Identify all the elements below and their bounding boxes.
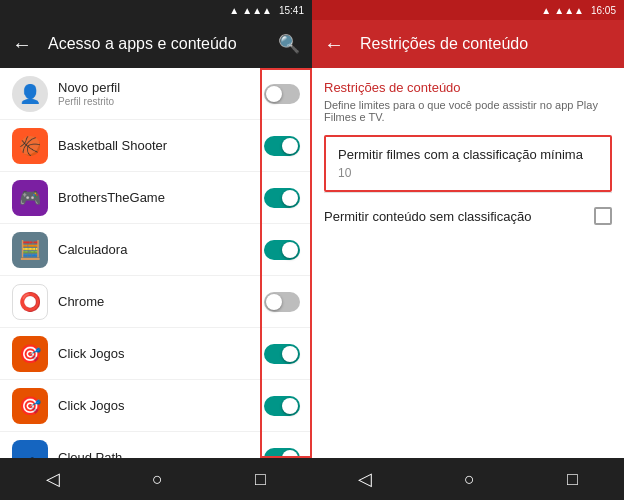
back-nav-left[interactable]: ◁ bbox=[46, 468, 60, 490]
app-name-clickjogos1: Click Jogos bbox=[58, 346, 254, 361]
app-info-cloud: Cloud Path bbox=[48, 450, 264, 458]
left-header-title: Acesso a apps e conteúdo bbox=[48, 35, 262, 53]
app-name-cloud: Cloud Path bbox=[58, 450, 254, 458]
list-item[interactable]: 🎯 Click Jogos bbox=[0, 380, 312, 432]
signal-icon-right: ▲▲▲ bbox=[554, 5, 584, 16]
app-icon-basketball: 🏀 bbox=[12, 128, 48, 164]
wifi-icon-right: ▲ bbox=[541, 5, 551, 16]
toggle-basketball[interactable] bbox=[264, 136, 300, 156]
left-header: ← Acesso a apps e conteúdo 🔍 bbox=[0, 20, 312, 68]
back-button-left[interactable]: ← bbox=[12, 33, 32, 56]
app-name-calculadora: Calculadora bbox=[58, 242, 254, 257]
toggle-novo-perfil[interactable] bbox=[264, 84, 300, 104]
right-bottom-nav: ◁ ○ □ bbox=[312, 458, 624, 500]
app-info-brothers: BrothersTheGame bbox=[48, 190, 264, 205]
app-icon-novo-perfil: 👤 bbox=[12, 76, 48, 112]
app-icon-calculadora: 🧮 bbox=[12, 232, 48, 268]
content-card[interactable]: Permitir filmes com a classificação míni… bbox=[324, 135, 612, 192]
app-info-chrome: Chrome bbox=[48, 294, 264, 309]
home-nav-left[interactable]: ○ bbox=[152, 469, 163, 490]
toggle-container-novo-perfil bbox=[264, 84, 300, 104]
wifi-icon: ▲ bbox=[229, 5, 239, 16]
app-info-basketball: Basketball Shooter bbox=[48, 138, 264, 153]
status-bar-left: ▲ ▲▲▲ 15:41 bbox=[0, 0, 312, 20]
app-icon-clickjogos2: 🎯 bbox=[12, 388, 48, 424]
toggle-container-clickjogos2 bbox=[264, 396, 300, 416]
list-item[interactable]: 🏀 Basketball Shooter bbox=[0, 120, 312, 172]
toggle-container-cloud bbox=[264, 448, 300, 459]
back-button-right[interactable]: ← bbox=[324, 33, 344, 56]
search-icon[interactable]: 🔍 bbox=[278, 33, 300, 55]
signal-icon: ▲▲▲ bbox=[242, 5, 272, 16]
toggle-container-brothers bbox=[264, 188, 300, 208]
toggle-clickjogos1[interactable] bbox=[264, 344, 300, 364]
app-info-calculadora: Calculadora bbox=[48, 242, 264, 257]
content-row[interactable]: Permitir conteúdo sem classificação bbox=[324, 192, 612, 239]
row-label: Permitir conteúdo sem classificação bbox=[324, 209, 594, 224]
app-name-novo-perfil: Novo perfil bbox=[58, 80, 254, 95]
app-icon-clickjogos1: 🎯 bbox=[12, 336, 48, 372]
status-bar-right: ▲ ▲▲▲ 16:05 bbox=[312, 0, 624, 20]
app-info-clickjogos1: Click Jogos bbox=[48, 346, 264, 361]
right-content: Restrições de conteúdo Define limites pa… bbox=[312, 68, 624, 458]
app-info-novo-perfil: Novo perfil Perfil restrito bbox=[48, 80, 264, 107]
app-name-chrome: Chrome bbox=[58, 294, 254, 309]
toggle-container-calculadora bbox=[264, 240, 300, 260]
right-header-title: Restrições de conteúdo bbox=[360, 35, 528, 53]
app-sub-novo-perfil: Perfil restrito bbox=[58, 96, 254, 107]
app-name-brothers: BrothersTheGame bbox=[58, 190, 254, 205]
toggle-container-clickjogos1 bbox=[264, 344, 300, 364]
section-desc: Define limites para o que você pode assi… bbox=[324, 99, 612, 123]
list-item[interactable]: 🎯 Click Jogos bbox=[0, 328, 312, 380]
toggle-clickjogos2[interactable] bbox=[264, 396, 300, 416]
right-header: ← Restrições de conteúdo bbox=[312, 20, 624, 68]
right-panel: ▲ ▲▲▲ 16:05 ← Restrições de conteúdo Res… bbox=[312, 0, 624, 500]
left-panel: ▲ ▲▲▲ 15:41 ← Acesso a apps e conteúdo 🔍… bbox=[0, 0, 312, 500]
time-right: 16:05 bbox=[591, 5, 616, 16]
list-item[interactable]: ⭕ Chrome bbox=[0, 276, 312, 328]
recents-nav-left[interactable]: □ bbox=[255, 469, 266, 490]
left-bottom-nav: ◁ ○ □ bbox=[0, 458, 312, 500]
toggle-brothers[interactable] bbox=[264, 188, 300, 208]
toggle-container-basketball bbox=[264, 136, 300, 156]
toggle-chrome[interactable] bbox=[264, 292, 300, 312]
app-icon-brothers: 🎮 bbox=[12, 180, 48, 216]
app-icon-chrome: ⭕ bbox=[12, 284, 48, 320]
section-header: Restrições de conteúdo bbox=[324, 80, 612, 95]
time-left: 15:41 bbox=[279, 5, 304, 16]
home-nav-right[interactable]: ○ bbox=[464, 469, 475, 490]
card-title: Permitir filmes com a classificação míni… bbox=[338, 147, 598, 162]
toggle-container-chrome bbox=[264, 292, 300, 312]
toggle-calculadora[interactable] bbox=[264, 240, 300, 260]
app-list: 👤 Novo perfil Perfil restrito 🏀 Basketba… bbox=[0, 68, 312, 458]
list-item[interactable]: 🎮 BrothersTheGame bbox=[0, 172, 312, 224]
app-icon-cloud: ☁ bbox=[12, 440, 48, 459]
app-name-basketball: Basketball Shooter bbox=[58, 138, 254, 153]
list-item[interactable]: ☁ Cloud Path bbox=[0, 432, 312, 458]
toggle-cloud[interactable] bbox=[264, 448, 300, 459]
recents-nav-right[interactable]: □ bbox=[567, 469, 578, 490]
card-value: 10 bbox=[338, 166, 598, 180]
back-nav-right[interactable]: ◁ bbox=[358, 468, 372, 490]
app-name-clickjogos2: Click Jogos bbox=[58, 398, 254, 413]
app-info-clickjogos2: Click Jogos bbox=[48, 398, 264, 413]
list-item[interactable]: 👤 Novo perfil Perfil restrito bbox=[0, 68, 312, 120]
list-item[interactable]: 🧮 Calculadora bbox=[0, 224, 312, 276]
checkbox[interactable] bbox=[594, 207, 612, 225]
